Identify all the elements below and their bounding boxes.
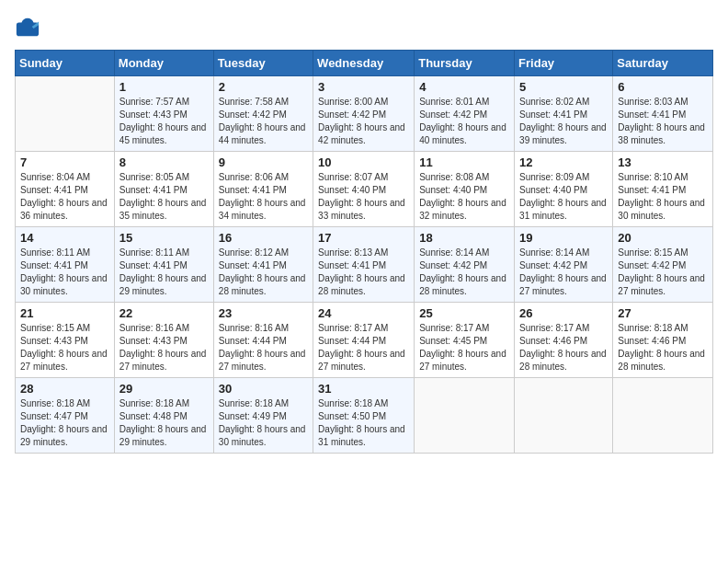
day-info: Sunrise: 8:15 AMSunset: 4:43 PMDaylight:… [20, 322, 109, 373]
calendar-table: SundayMondayTuesdayWednesdayThursdayFrid… [15, 50, 713, 454]
day-number: 14 [20, 231, 109, 245]
weekday-header-thursday: Thursday [415, 51, 515, 76]
day-number: 23 [219, 306, 308, 320]
day-info: Sunrise: 8:18 AMSunset: 4:49 PMDaylight:… [219, 397, 308, 449]
day-number: 26 [519, 306, 608, 320]
day-number: 19 [519, 231, 608, 245]
day-number: 8 [119, 155, 209, 169]
calendar-cell: 28Sunrise: 8:18 AMSunset: 4:47 PMDayligh… [16, 378, 115, 454]
day-number: 30 [219, 382, 308, 396]
day-info: Sunrise: 8:08 AMSunset: 4:40 PMDaylight:… [419, 171, 509, 223]
calendar-cell: 26Sunrise: 8:17 AMSunset: 4:46 PMDayligh… [515, 303, 613, 378]
calendar-cell: 24Sunrise: 8:17 AMSunset: 4:44 PMDayligh… [313, 303, 415, 378]
day-number: 4 [419, 80, 509, 94]
calendar-cell: 30Sunrise: 8:18 AMSunset: 4:49 PMDayligh… [213, 378, 313, 454]
day-info: Sunrise: 8:14 AMSunset: 4:42 PMDaylight:… [419, 247, 509, 298]
weekday-header-saturday: Saturday [613, 51, 713, 76]
calendar-cell: 7Sunrise: 8:04 AMSunset: 4:41 PMDaylight… [16, 152, 115, 227]
day-info: Sunrise: 8:15 AMSunset: 4:42 PMDaylight:… [618, 247, 708, 298]
calendar-cell: 14Sunrise: 8:11 AMSunset: 4:41 PMDayligh… [16, 227, 115, 303]
calendar-cell: 18Sunrise: 8:14 AMSunset: 4:42 PMDayligh… [415, 227, 515, 303]
calendar-cell: 4Sunrise: 8:01 AMSunset: 4:42 PMDaylight… [415, 76, 515, 152]
day-info: Sunrise: 8:16 AMSunset: 4:43 PMDaylight:… [119, 322, 209, 373]
week-row-2: 7Sunrise: 8:04 AMSunset: 4:41 PMDaylight… [16, 152, 713, 227]
calendar-cell: 2Sunrise: 7:58 AMSunset: 4:42 PMDaylight… [213, 76, 313, 152]
calendar-cell: 9Sunrise: 8:06 AMSunset: 4:41 PMDaylight… [213, 152, 313, 227]
calendar-cell: 3Sunrise: 8:00 AMSunset: 4:42 PMDaylight… [313, 76, 415, 152]
day-number: 1 [119, 80, 209, 94]
day-number: 9 [219, 155, 308, 169]
logo-icon [15, 15, 40, 40]
weekday-header-monday: Monday [114, 51, 213, 76]
day-info: Sunrise: 8:17 AMSunset: 4:46 PMDaylight:… [519, 322, 608, 373]
day-info: Sunrise: 8:18 AMSunset: 4:46 PMDaylight:… [618, 322, 708, 373]
calendar-cell: 15Sunrise: 8:11 AMSunset: 4:41 PMDayligh… [114, 227, 213, 303]
day-info: Sunrise: 8:09 AMSunset: 4:40 PMDaylight:… [519, 171, 608, 223]
day-info: Sunrise: 8:14 AMSunset: 4:42 PMDaylight:… [519, 247, 608, 298]
week-row-1: 1Sunrise: 7:57 AMSunset: 4:43 PMDaylight… [16, 76, 713, 152]
calendar-cell: 29Sunrise: 8:18 AMSunset: 4:48 PMDayligh… [114, 378, 213, 454]
day-number: 29 [119, 382, 209, 396]
calendar-cell: 16Sunrise: 8:12 AMSunset: 4:41 PMDayligh… [213, 227, 313, 303]
day-info: Sunrise: 8:17 AMSunset: 4:44 PMDaylight:… [318, 322, 409, 373]
day-info: Sunrise: 8:01 AMSunset: 4:42 PMDaylight:… [419, 96, 509, 147]
weekday-header-tuesday: Tuesday [213, 51, 313, 76]
calendar-cell: 25Sunrise: 8:17 AMSunset: 4:45 PMDayligh… [415, 303, 515, 378]
day-number: 11 [419, 155, 509, 169]
day-info: Sunrise: 8:07 AMSunset: 4:40 PMDaylight:… [318, 171, 409, 223]
calendar-cell [613, 378, 713, 454]
calendar-cell: 8Sunrise: 8:05 AMSunset: 4:41 PMDaylight… [114, 152, 213, 227]
day-info: Sunrise: 8:10 AMSunset: 4:41 PMDaylight:… [618, 171, 708, 223]
week-row-5: 28Sunrise: 8:18 AMSunset: 4:47 PMDayligh… [16, 378, 713, 454]
day-number: 25 [419, 306, 509, 320]
day-info: Sunrise: 8:05 AMSunset: 4:41 PMDaylight:… [119, 171, 209, 223]
day-number: 3 [318, 80, 409, 94]
page-container: SundayMondayTuesdayWednesdayThursdayFrid… [0, 0, 728, 463]
calendar-cell: 12Sunrise: 8:09 AMSunset: 4:40 PMDayligh… [515, 152, 613, 227]
calendar-cell: 19Sunrise: 8:14 AMSunset: 4:42 PMDayligh… [515, 227, 613, 303]
calendar-cell: 31Sunrise: 8:18 AMSunset: 4:50 PMDayligh… [313, 378, 415, 454]
weekday-header-friday: Friday [515, 51, 613, 76]
day-info: Sunrise: 7:58 AMSunset: 4:42 PMDaylight:… [219, 96, 308, 147]
day-info: Sunrise: 8:11 AMSunset: 4:41 PMDaylight:… [20, 247, 109, 298]
day-info: Sunrise: 8:00 AMSunset: 4:42 PMDaylight:… [318, 96, 409, 147]
day-number: 21 [20, 306, 109, 320]
day-info: Sunrise: 8:18 AMSunset: 4:47 PMDaylight:… [20, 397, 109, 449]
day-info: Sunrise: 8:03 AMSunset: 4:41 PMDaylight:… [618, 96, 708, 147]
day-number: 2 [219, 80, 308, 94]
weekday-header-sunday: Sunday [16, 51, 115, 76]
day-info: Sunrise: 7:57 AMSunset: 4:43 PMDaylight:… [119, 96, 209, 147]
day-number: 17 [318, 231, 409, 245]
day-info: Sunrise: 8:18 AMSunset: 4:48 PMDaylight:… [119, 397, 209, 449]
calendar-cell [16, 76, 115, 152]
day-number: 20 [618, 231, 708, 245]
day-info: Sunrise: 8:13 AMSunset: 4:41 PMDaylight:… [318, 247, 409, 298]
day-number: 13 [618, 155, 708, 169]
day-number: 12 [519, 155, 608, 169]
weekday-header-row: SundayMondayTuesdayWednesdayThursdayFrid… [16, 51, 713, 76]
day-number: 15 [119, 231, 209, 245]
day-info: Sunrise: 8:17 AMSunset: 4:45 PMDaylight:… [419, 322, 509, 373]
week-row-4: 21Sunrise: 8:15 AMSunset: 4:43 PMDayligh… [16, 303, 713, 378]
day-number: 28 [20, 382, 109, 396]
day-number: 27 [618, 306, 708, 320]
day-info: Sunrise: 8:11 AMSunset: 4:41 PMDaylight:… [119, 247, 209, 298]
calendar-cell: 13Sunrise: 8:10 AMSunset: 4:41 PMDayligh… [613, 152, 713, 227]
day-number: 22 [119, 306, 209, 320]
calendar-cell: 22Sunrise: 8:16 AMSunset: 4:43 PMDayligh… [114, 303, 213, 378]
day-number: 31 [318, 382, 409, 396]
day-info: Sunrise: 8:16 AMSunset: 4:44 PMDaylight:… [219, 322, 308, 373]
calendar-cell: 21Sunrise: 8:15 AMSunset: 4:43 PMDayligh… [16, 303, 115, 378]
calendar-cell: 23Sunrise: 8:16 AMSunset: 4:44 PMDayligh… [213, 303, 313, 378]
calendar-cell: 1Sunrise: 7:57 AMSunset: 4:43 PMDaylight… [114, 76, 213, 152]
calendar-cell: 11Sunrise: 8:08 AMSunset: 4:40 PMDayligh… [415, 152, 515, 227]
day-info: Sunrise: 8:18 AMSunset: 4:50 PMDaylight:… [318, 397, 409, 449]
day-info: Sunrise: 8:12 AMSunset: 4:41 PMDaylight:… [219, 247, 308, 298]
day-number: 18 [419, 231, 509, 245]
day-number: 16 [219, 231, 308, 245]
week-row-3: 14Sunrise: 8:11 AMSunset: 4:41 PMDayligh… [16, 227, 713, 303]
calendar-cell: 10Sunrise: 8:07 AMSunset: 4:40 PMDayligh… [313, 152, 415, 227]
header [15, 15, 713, 40]
weekday-header-wednesday: Wednesday [313, 51, 415, 76]
day-number: 6 [618, 80, 708, 94]
